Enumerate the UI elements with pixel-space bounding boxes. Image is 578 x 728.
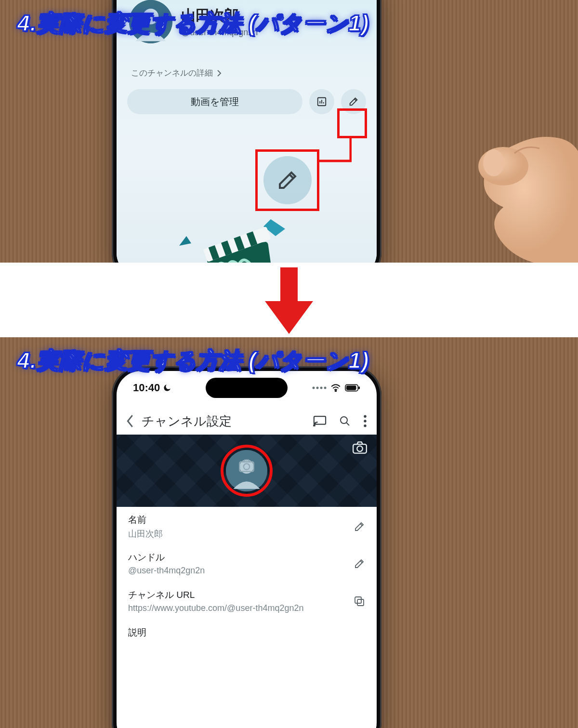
chevron-right-icon bbox=[217, 70, 222, 77]
copy-icon[interactable] bbox=[354, 596, 365, 607]
highlight-avatar-circle bbox=[221, 445, 273, 497]
manage-videos-button[interactable]: 動画を管理 bbox=[127, 89, 302, 114]
phone-screen: 10:40 チャンネル設定 bbox=[117, 371, 377, 728]
nav-bar: チャンネル設定 bbox=[117, 408, 377, 435]
pencil-icon[interactable] bbox=[354, 521, 365, 532]
channel-banner[interactable] bbox=[117, 435, 377, 507]
setting-name-label: 名前 bbox=[128, 514, 354, 526]
down-arrow bbox=[260, 267, 318, 335]
setting-handle-value: @user-th4mq2gn2n bbox=[128, 566, 354, 576]
svg-point-33 bbox=[364, 424, 366, 427]
kebab-menu-icon[interactable] bbox=[363, 415, 367, 427]
svg-marker-16 bbox=[179, 236, 191, 246]
svg-rect-40 bbox=[357, 599, 364, 606]
caption-text: 4.実際に変更する方法 (パターン1) bbox=[17, 9, 369, 39]
pencil-icon[interactable] bbox=[354, 558, 365, 569]
setting-handle-label: ハンドル bbox=[128, 551, 354, 564]
action-row: 動画を管理 bbox=[127, 89, 366, 114]
nav-title: チャンネル設定 bbox=[142, 413, 305, 430]
svg-rect-26 bbox=[346, 385, 356, 390]
tutorial-step-top: 4.実際に変更する方法 (パターン1) 山田次郎 @user-th4mq2gn2… bbox=[0, 0, 578, 263]
cast-icon[interactable] bbox=[313, 416, 327, 426]
highlight-edit-icon bbox=[337, 108, 367, 138]
setting-handle-row[interactable]: ハンドル @user-th4mq2gn2n bbox=[117, 544, 377, 583]
battery-icon bbox=[345, 384, 360, 392]
svg-point-35 bbox=[357, 446, 363, 452]
svg-point-19 bbox=[483, 149, 504, 176]
empty-state-illustration bbox=[174, 210, 300, 263]
setting-name-value: 山田次郎 bbox=[128, 528, 354, 540]
svg-rect-27 bbox=[358, 386, 360, 389]
status-time: 10:40 bbox=[133, 382, 160, 394]
setting-url-value: https://www.youtube.com/@user-th4mq2gn2n bbox=[128, 603, 354, 613]
dnd-moon-icon bbox=[163, 384, 171, 392]
highlight-edit-zoom bbox=[255, 149, 319, 211]
channel-detail-label: このチャンネルの詳細 bbox=[131, 67, 213, 79]
search-icon[interactable] bbox=[339, 415, 351, 427]
caption-text: 4.実際に変更する方法 (パターン1) bbox=[17, 346, 369, 376]
back-chevron-icon[interactable] bbox=[126, 415, 134, 427]
analytics-button[interactable] bbox=[309, 89, 334, 114]
svg-point-20 bbox=[313, 387, 315, 389]
svg-point-32 bbox=[364, 420, 366, 422]
dynamic-island bbox=[206, 378, 288, 398]
camera-icon[interactable] bbox=[353, 441, 367, 454]
svg-rect-41 bbox=[355, 597, 361, 603]
svg-point-31 bbox=[364, 415, 366, 418]
pencil-icon bbox=[276, 169, 299, 192]
setting-description-label: 説明 bbox=[128, 626, 365, 639]
svg-point-22 bbox=[320, 387, 323, 389]
svg-point-21 bbox=[316, 387, 319, 389]
signal-dots-icon bbox=[312, 385, 327, 391]
svg-point-23 bbox=[324, 387, 327, 389]
setting-url-label: チャンネル URL bbox=[128, 589, 354, 601]
setting-url-row[interactable]: チャンネル URL https://www.youtube.com/@user-… bbox=[117, 582, 377, 621]
phone-frame: 10:40 チャンネル設定 bbox=[112, 366, 381, 728]
highlight-connector bbox=[318, 138, 352, 167]
setting-name-row[interactable]: 名前 山田次郎 bbox=[117, 507, 377, 547]
svg-point-24 bbox=[335, 390, 336, 391]
tutorial-step-bottom: 4.実際に変更する方法 (パターン1) 10:40 bbox=[0, 337, 578, 728]
setting-description-row[interactable]: 説明 bbox=[117, 620, 377, 646]
svg-point-30 bbox=[341, 417, 347, 424]
wifi-icon bbox=[330, 384, 341, 392]
pointing-finger bbox=[458, 111, 578, 263]
channel-detail-link[interactable]: このチャンネルの詳細 bbox=[131, 67, 222, 79]
svg-point-29 bbox=[314, 425, 315, 426]
manage-videos-label: 動画を管理 bbox=[191, 95, 239, 108]
zoom-circle bbox=[263, 156, 312, 204]
